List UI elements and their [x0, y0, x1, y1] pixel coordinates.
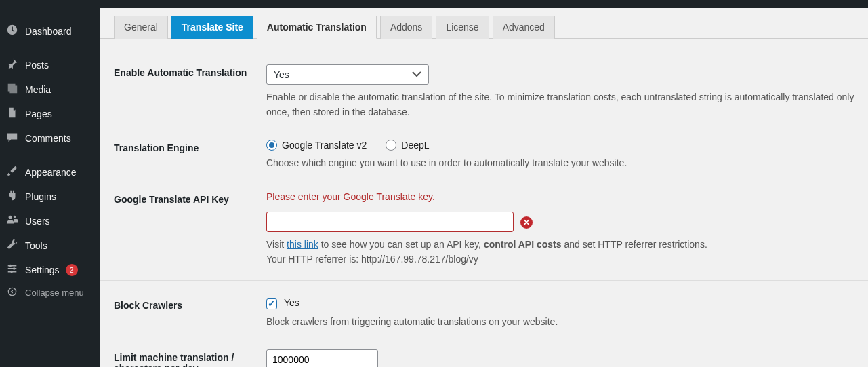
pin-icon [5, 58, 19, 73]
content-area: General Translate Site Automatic Transla… [100, 8, 868, 367]
radio-deepl-input[interactable] [386, 140, 396, 151]
label-block-crawlers: Block Crawlers [114, 297, 266, 311]
sliders-icon [5, 263, 19, 277]
plug-icon [5, 189, 19, 204]
radio-google[interactable]: Google Translate v2 [266, 140, 367, 151]
svg-point-0 [9, 216, 12, 219]
sidebar-label: Appearance [25, 167, 77, 178]
sidebar-item-tools[interactable]: Tools [0, 233, 100, 258]
brush-icon [5, 165, 19, 180]
block-crawlers-desc: Block crawlers from triggering automatic… [266, 315, 854, 330]
sidebar-label: Users [25, 216, 50, 227]
svg-point-1 [9, 265, 12, 267]
sidebar-item-comments[interactable]: Comments [0, 126, 100, 151]
google-key-error: Please enter your Google Translate key. [266, 191, 854, 202]
google-key-help: Visit this link to see how you can set u… [266, 237, 854, 267]
users-icon [5, 214, 19, 229]
wrench-icon [5, 238, 19, 253]
media-icon [5, 82, 19, 97]
help-bold: control API costs [484, 239, 562, 250]
block-crawlers-yes: Yes [284, 297, 299, 308]
admin-bar [0, 0, 868, 8]
row-translation-engine: Translation Engine Google Translate v2 D… [100, 128, 868, 179]
sidebar-item-dashboard[interactable]: Dashboard [0, 19, 100, 43]
sidebar-item-users[interactable]: Users [0, 209, 100, 233]
label-enable: Enable Automatic Translation [114, 64, 266, 78]
sidebar-label: Pages [25, 109, 52, 119]
sidebar-label: Dashboard [25, 26, 72, 37]
help-tail: and set HTTP referrer restrictions. [562, 239, 707, 250]
radio-google-label: Google Translate v2 [282, 140, 367, 151]
row-enable-auto-translation: Enable Automatic Translation Yes Enable … [100, 52, 868, 128]
label-engine: Translation Engine [114, 140, 266, 153]
label-google-key: Google Translate API Key [114, 191, 266, 205]
row-block-crawlers: Block Crawlers Yes Block crawlers from t… [100, 280, 868, 337]
enable-description: Enable or disable the automatic translat… [266, 90, 854, 119]
sidebar-item-media[interactable]: Media [0, 77, 100, 102]
sidebar-label: Comments [25, 133, 71, 144]
tab-translate-site[interactable]: Translate Site [171, 16, 253, 39]
settings-tabs: General Translate Site Automatic Transla… [100, 15, 868, 39]
admin-sidebar: Dashboard Posts Media Pages Comments [0, 8, 100, 367]
dashboard-icon [5, 24, 19, 39]
sidebar-item-plugins[interactable]: Plugins [0, 185, 100, 209]
collapse-label: Collapse menu [25, 288, 84, 298]
sidebar-label: Posts [25, 60, 49, 71]
collapse-icon [5, 287, 19, 298]
sidebar-item-settings[interactable]: Settings 2 [0, 258, 100, 282]
row-google-api-key: Google Translate API Key Please enter yo… [100, 179, 868, 275]
api-setup-link[interactable]: this link [287, 239, 318, 250]
page-icon [5, 107, 19, 121]
svg-point-2 [13, 267, 16, 270]
google-api-key-input[interactable] [266, 212, 514, 232]
sidebar-label: Tools [25, 240, 47, 251]
collapse-menu[interactable]: Collapse menu [0, 282, 100, 303]
tab-general[interactable]: General [114, 16, 168, 39]
sidebar-label: Media [25, 84, 51, 95]
tab-automatic-translation[interactable]: Automatic Translation [257, 16, 377, 39]
svg-point-4 [8, 288, 16, 295]
sidebar-item-appearance[interactable]: Appearance [0, 160, 100, 185]
tab-license[interactable]: License [436, 16, 489, 39]
block-crawlers-check[interactable]: Yes [266, 297, 299, 308]
char-limit-input[interactable] [266, 349, 378, 367]
tab-addons[interactable]: Addons [380, 16, 432, 39]
comments-icon [5, 131, 19, 146]
radio-deepl[interactable]: DeepL [386, 140, 429, 151]
sidebar-label: Settings [25, 265, 60, 275]
engine-description: Choose which engine you want to use in o… [266, 156, 854, 171]
sidebar-item-pages[interactable]: Pages [0, 102, 100, 126]
sidebar-label: Plugins [25, 191, 56, 202]
tab-advanced[interactable]: Advanced [493, 16, 555, 39]
help-pre: Visit [266, 239, 287, 250]
referrer-text: Your HTTP referrer is: http://167.99.78.… [266, 254, 478, 265]
enable-auto-select[interactable]: Yes [266, 64, 429, 85]
settings-form: Enable Automatic Translation Yes Enable … [100, 39, 868, 367]
sidebar-item-posts[interactable]: Posts [0, 53, 100, 77]
label-char-limit: Limit machine translation / characters p… [114, 349, 266, 367]
layout: Dashboard Posts Media Pages Comments [0, 8, 868, 367]
radio-deepl-label: DeepL [401, 140, 429, 151]
svg-point-3 [10, 271, 13, 273]
radio-google-input[interactable] [266, 140, 277, 151]
block-crawlers-checkbox[interactable] [266, 298, 277, 309]
help-post: to see how you can set up an API key, [318, 239, 484, 250]
settings-count-badge: 2 [66, 264, 78, 276]
row-char-limit: Limit machine translation / characters p… [100, 337, 868, 367]
error-icon: ✕ [520, 216, 533, 229]
